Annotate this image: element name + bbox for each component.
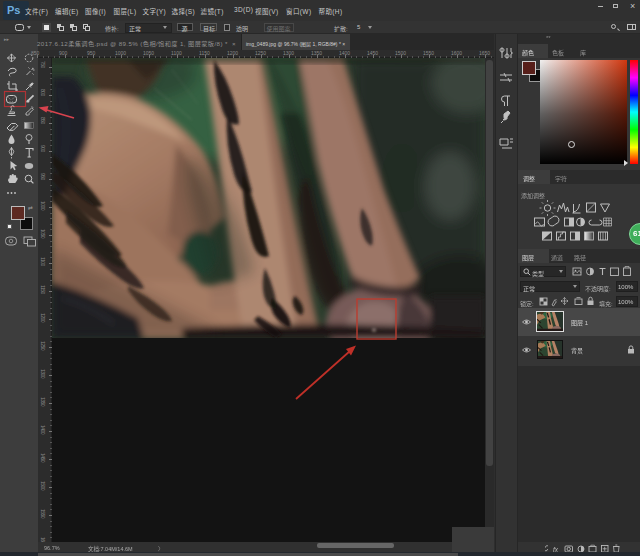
svg-text:fx: fx [553,546,559,553]
